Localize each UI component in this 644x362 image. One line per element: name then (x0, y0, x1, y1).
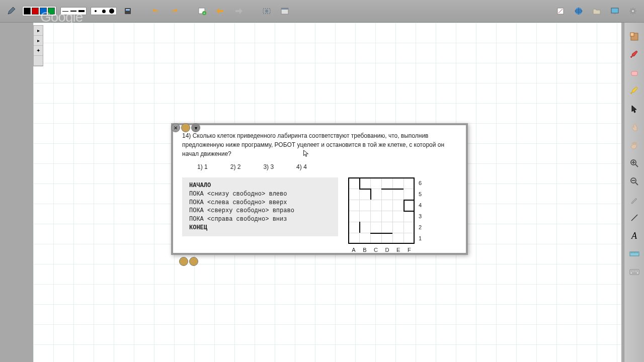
svg-rect-1 (126, 9, 130, 11)
svg-rect-13 (614, 13, 616, 14)
maze-diagram: 6 5 4 3 2 1 A B C D E F (348, 177, 415, 244)
prev-page-icon[interactable] (213, 5, 227, 17)
folder-icon[interactable] (590, 5, 604, 17)
monitor-icon[interactable] (608, 5, 622, 17)
svg-point-15 (632, 10, 634, 12)
sidebar-btn-4[interactable] (34, 56, 43, 66)
screenshot-icon[interactable] (260, 5, 274, 17)
mouse-cursor (303, 150, 309, 158)
pen-icon[interactable] (4, 5, 18, 17)
pen-red-tool[interactable] (627, 48, 641, 61)
text-tool[interactable]: A (627, 229, 641, 242)
color-red[interactable] (32, 8, 39, 15)
svg-rect-8 (281, 8, 288, 10)
sidebar-btn-3[interactable]: ✦ (34, 46, 43, 56)
bottom-handle-1[interactable] (179, 257, 188, 266)
option-1: 1) 1 (197, 163, 208, 170)
ruler-tool[interactable] (627, 247, 641, 260)
minimize-handle[interactable] (181, 123, 190, 132)
dot-small[interactable] (92, 9, 99, 14)
question-text: 14) Сколько клеток приведенного лабиринт… (182, 131, 457, 158)
zoom-in-tool[interactable] (627, 157, 641, 170)
next-page-icon (231, 5, 246, 17)
keyboard-tool[interactable] (627, 265, 641, 279)
line-tool[interactable] (627, 211, 641, 224)
new-page-icon[interactable]: + (195, 5, 209, 17)
answer-options: 1) 1 2) 2 3) 3 4) 4 (197, 163, 457, 170)
calculator-icon[interactable] (121, 5, 135, 17)
finger-tool[interactable] (627, 121, 641, 134)
close-handle[interactable]: ✕ (171, 123, 180, 132)
left-sidebar: ▸ ▸ ✦ (33, 25, 43, 66)
bottom-handle-2[interactable] (189, 257, 198, 266)
sidebar-btn-2[interactable]: ▸ (34, 36, 43, 46)
note-icon[interactable] (553, 5, 568, 17)
code-block: НАЧАЛО ПОКА <снизу свободно> влево ПОКА … (182, 177, 338, 236)
svg-rect-17 (630, 33, 634, 36)
option-4: 4) 4 (296, 163, 307, 170)
dot-large[interactable] (108, 9, 115, 14)
document-content: 14) Сколько клеток приведенного лабиринт… (173, 125, 466, 253)
sidebar-btn-1[interactable]: ▸ (34, 26, 43, 36)
pointer-tool[interactable] (627, 103, 641, 116)
main-toolbar: + (0, 0, 644, 23)
selection-tool[interactable] (627, 30, 641, 43)
eyedropper-tool[interactable] (627, 193, 641, 206)
right-toolbar: A (624, 23, 644, 362)
document-window[interactable]: ✕ ▾ 14) Сколько клеток приведенного лаби… (171, 123, 468, 255)
svg-rect-12 (611, 8, 618, 13)
zoom-out-tool[interactable] (627, 175, 641, 188)
watermark: Google (40, 9, 83, 25)
undo-icon[interactable] (149, 5, 163, 17)
color-black[interactable] (24, 8, 31, 15)
dot-size-group (91, 7, 117, 15)
highlighter-tool[interactable] (627, 84, 641, 98)
eraser-tool[interactable] (627, 66, 641, 79)
svg-rect-18 (631, 71, 637, 75)
svg-text:+: + (203, 12, 205, 15)
svg-rect-22 (630, 269, 639, 275)
dot-med[interactable] (100, 9, 107, 14)
globe-icon[interactable] (572, 5, 586, 17)
svg-point-6 (265, 10, 268, 13)
hand-tool[interactable] (627, 139, 641, 152)
gear-icon[interactable] (626, 5, 640, 17)
redo-icon[interactable] (167, 5, 181, 17)
svg-rect-0 (125, 8, 131, 14)
window-icon[interactable] (278, 5, 292, 17)
dropdown-handle[interactable]: ▾ (191, 123, 200, 132)
option-2: 2) 2 (230, 163, 241, 170)
option-3: 3) 3 (263, 163, 274, 170)
